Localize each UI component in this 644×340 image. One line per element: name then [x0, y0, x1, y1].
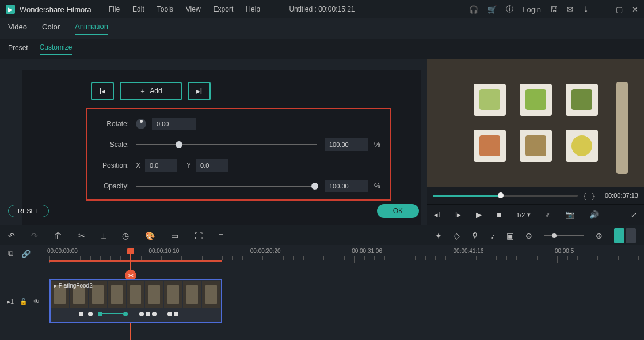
rotate-input[interactable]: [152, 118, 196, 130]
scale-label: Scale:: [97, 141, 129, 149]
tab-animation[interactable]: Animation: [75, 22, 108, 35]
timeline-view-a[interactable]: [614, 228, 624, 243]
zoom-in-icon[interactable]: ⊕: [596, 231, 603, 240]
in-out-range: [49, 260, 222, 262]
next-keyframe-button[interactable]: ▸I: [188, 82, 211, 100]
app-logo-icon: ▶: [6, 5, 15, 14]
subtab-customize[interactable]: Customize: [40, 43, 73, 55]
keyframe-lane[interactable]: [56, 310, 215, 318]
timeline-zoom-slider[interactable]: [544, 235, 584, 236]
cut-icon[interactable]: ✂: [78, 231, 85, 240]
delete-icon[interactable]: 🗑: [54, 231, 62, 240]
preview-panel: { } 00:00:07:13 ◂I I▸ ▶ ■ 1/2 ▾ ⎚ 📷 🔊 ⤢: [427, 59, 644, 225]
tab-color[interactable]: Color: [42, 22, 60, 35]
opacity-input[interactable]: [325, 180, 368, 192]
settings-icon[interactable]: ≡: [219, 231, 223, 240]
mark-in-icon[interactable]: {: [584, 191, 586, 200]
timeline-toolbar: ↶ ↷ 🗑 ✂ ⟂ ◷ 🎨 ▭ ⛶ ≡ ✦ ◇ 🎙 ♪ ▣ ⊖ ⊕: [0, 225, 644, 245]
render-icon[interactable]: ✦: [435, 231, 442, 240]
play-button[interactable]: ▶: [476, 210, 482, 219]
crop-icon[interactable]: ⟂: [101, 231, 106, 240]
pos-y-input[interactable]: [196, 159, 228, 172]
track-lock-icon[interactable]: 🔓: [20, 298, 28, 305]
preview-timecode: 00:00:07:13: [605, 192, 638, 199]
greenscreen-icon[interactable]: ▭: [171, 231, 178, 240]
preview-scrubber[interactable]: [433, 195, 578, 197]
stop-button[interactable]: ■: [497, 210, 501, 219]
zoom-out-icon[interactable]: ⊖: [525, 231, 532, 240]
menu-edit[interactable]: Edit: [132, 5, 144, 13]
pos-x-input[interactable]: [145, 159, 177, 172]
marker-icon[interactable]: ◇: [454, 231, 460, 240]
download-icon[interactable]: ⭳: [582, 5, 590, 14]
mail-icon[interactable]: ✉: [567, 5, 573, 14]
menu-tools[interactable]: Tools: [157, 5, 173, 13]
scale-input[interactable]: [325, 138, 368, 151]
save-icon[interactable]: 🖫: [550, 5, 558, 14]
preview-zoom-select[interactable]: 1/2 ▾: [516, 211, 531, 218]
animation-subtabs: Preset Customize: [0, 39, 644, 59]
info-icon[interactable]: ⓘ: [506, 4, 513, 14]
rotate-dial[interactable]: [136, 119, 146, 129]
reset-button[interactable]: RESET: [8, 205, 49, 217]
add-keyframe-button[interactable]: ＋ Add: [120, 82, 182, 100]
window-minimize-icon[interactable]: —: [599, 5, 607, 14]
snapshot-icon[interactable]: 📷: [565, 210, 574, 219]
ok-button[interactable]: OK: [377, 204, 419, 218]
speed-icon[interactable]: ◷: [122, 231, 129, 240]
titlebar: ▶ Wondershare Filmora File Edit Tools Vi…: [0, 0, 644, 18]
video-preview: [427, 59, 644, 187]
subtab-preset[interactable]: Preset: [8, 44, 28, 54]
expand-icon[interactable]: ⛶: [195, 231, 203, 240]
undo-icon[interactable]: ↶: [8, 231, 15, 240]
color-icon[interactable]: 🎨: [145, 231, 155, 240]
support-icon[interactable]: 🎧: [469, 5, 478, 14]
add-label: Add: [150, 87, 162, 95]
chevron-down-icon: ▾: [527, 211, 531, 218]
clip-title: ▸ PlatingFood2: [54, 282, 93, 289]
window-maximize-icon[interactable]: ▢: [616, 5, 623, 14]
opacity-unit: %: [374, 182, 381, 190]
property-tabs: Video Color Animation: [0, 18, 644, 39]
opacity-label: Opacity:: [97, 182, 129, 190]
menu-export[interactable]: Export: [214, 5, 234, 13]
login-link[interactable]: Login: [523, 5, 541, 14]
audio-mix-icon[interactable]: ♪: [491, 231, 495, 240]
rotate-label: Rotate:: [97, 120, 129, 128]
fullscreen-icon[interactable]: ⤢: [631, 210, 637, 219]
pip-icon[interactable]: ▣: [506, 231, 514, 240]
menu-view[interactable]: View: [186, 5, 201, 13]
timeline-link-icon[interactable]: 🔗: [21, 250, 31, 258]
display-icon[interactable]: ⎚: [546, 210, 550, 219]
pos-y-label: Y: [186, 161, 191, 169]
opacity-slider[interactable]: [136, 186, 317, 187]
cart-icon[interactable]: 🛒: [487, 5, 497, 14]
grater-prop: [616, 82, 628, 174]
tab-video[interactable]: Video: [8, 22, 27, 35]
scale-slider[interactable]: [136, 144, 317, 145]
track-visibility-icon[interactable]: 👁: [33, 298, 40, 305]
redo-icon[interactable]: ↷: [31, 231, 38, 240]
prev-frame-button[interactable]: ◂I: [434, 210, 440, 219]
timeline-clip[interactable]: ▸ PlatingFood2: [49, 279, 222, 323]
play-pause-button[interactable]: I▸: [455, 210, 462, 219]
transform-properties: Rotate: Scale: % Position: X Y: [86, 108, 391, 201]
volume-icon[interactable]: 🔊: [589, 210, 599, 219]
timeline: ⧉ 🔗 00:00:00:0000:00:10:1000:00:20:2000:…: [0, 245, 644, 340]
timeline-stack-icon[interactable]: ⧉: [8, 249, 13, 258]
menu-file[interactable]: File: [109, 5, 120, 13]
plus-icon: ＋: [139, 86, 146, 96]
voiceover-icon[interactable]: 🎙: [471, 231, 479, 240]
prev-keyframe-button[interactable]: I◂: [91, 82, 114, 100]
position-label: Position:: [97, 161, 129, 169]
menu-help[interactable]: Help: [246, 5, 260, 13]
timeline-view-b[interactable]: [626, 228, 636, 243]
window-close-icon[interactable]: ✕: [632, 5, 638, 14]
main-menu: File Edit Tools View Export Help: [109, 5, 260, 13]
pos-x-label: X: [136, 161, 140, 169]
video-track-1: ▸1 🔓 👁 ▸ PlatingFood2: [0, 279, 644, 324]
document-title: Untitled : 00:00:15:21: [289, 5, 355, 13]
scale-unit: %: [374, 141, 381, 149]
app-title: Wondershare Filmora: [20, 5, 92, 14]
mark-out-icon[interactable]: }: [592, 191, 595, 200]
